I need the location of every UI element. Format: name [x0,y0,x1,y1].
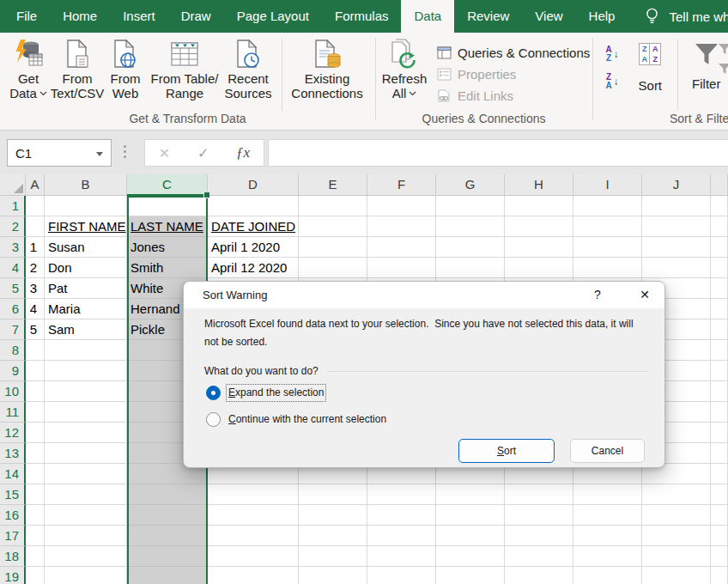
formula-input[interactable] [268,139,728,167]
cell-E4[interactable] [299,258,367,278]
row-header-5[interactable]: 5 [0,278,26,299]
cell-J15[interactable] [642,484,711,505]
existing-connections-button[interactable]: Existing Connections [289,37,365,100]
cell-K5[interactable] [711,278,728,299]
formula-bar-handle[interactable] [124,145,126,158]
cell-J17[interactable] [642,526,711,546]
cell-A10[interactable] [26,381,45,402]
cell-B9[interactable] [45,361,127,381]
row-header-7[interactable]: 7 [0,319,26,340]
row-header-15[interactable]: 15 [0,484,26,505]
fill-handle[interactable] [203,192,209,198]
cancel-entry-icon[interactable]: ✕ [159,145,170,161]
cell-F1[interactable] [367,196,436,216]
cell-G3[interactable] [436,237,505,258]
cell-A13[interactable] [26,443,45,464]
cell-B1[interactable] [45,196,127,216]
edit-links-button[interactable]: Edit Links [437,85,590,106]
row-header-17[interactable]: 17 [0,526,26,546]
cell-A6[interactable]: 4 [26,299,45,319]
row-header-1[interactable]: 1 [0,196,26,216]
cell-E16[interactable] [299,505,367,526]
cell-K10[interactable] [711,381,728,402]
queries-connections-button[interactable]: Queries & Connections [437,42,590,64]
row-header-19[interactable]: 19 [0,567,26,584]
recent-sources-button[interactable]: Recent Sources [221,37,275,100]
cell-G4[interactable] [436,258,505,278]
cell-I4[interactable] [573,258,642,278]
cell-K19[interactable] [711,567,728,584]
radio-button-icon[interactable] [206,412,221,427]
cell-G18[interactable] [436,546,505,567]
cell-B17[interactable] [45,526,127,546]
cell-H1[interactable] [505,196,573,216]
tab-file[interactable]: File [3,0,50,33]
cell-A7[interactable]: 5 [26,319,45,340]
cell-D15[interactable] [208,484,299,505]
row-header-8[interactable]: 8 [0,340,26,361]
cell-K9[interactable] [711,361,728,381]
radio-expand-selection[interactable]: Expand the selection [206,384,324,401]
dialog-help-button[interactable]: ? [591,282,604,308]
cell-G19[interactable] [436,567,505,584]
cell-D4[interactable]: April 12 2020 [208,258,299,278]
cell-B3[interactable]: Susan [45,237,127,258]
cell-K18[interactable] [711,546,728,567]
from-text-csv-button[interactable]: From Text/CSV [52,37,103,100]
cell-D1[interactable] [208,196,299,216]
cell-K14[interactable] [711,464,728,484]
cell-H15[interactable] [505,484,573,505]
tab-insert[interactable]: Insert [110,0,168,33]
cell-J1[interactable] [642,196,711,216]
cell-H17[interactable] [505,526,573,546]
row-header-13[interactable]: 13 [0,443,26,464]
cell-B4[interactable]: Don [45,258,127,278]
radio-continue-current-selection[interactable]: Continue with the current selection [206,411,386,428]
cell-H19[interactable] [505,567,573,584]
properties-button[interactable]: Properties [437,64,590,85]
cell-C15[interactable] [127,484,208,505]
column-header-E[interactable]: E [299,174,367,196]
cell-F4[interactable] [367,258,436,278]
name-box-dropdown-icon[interactable] [96,152,103,156]
cell-E1[interactable] [299,196,367,216]
cell-B16[interactable] [45,505,127,526]
cell-G15[interactable] [436,484,505,505]
tab-formulas[interactable]: Formulas [322,0,402,33]
cell-I3[interactable] [573,237,642,258]
cell-F15[interactable] [367,484,436,505]
cell-F17[interactable] [367,526,436,546]
cell-A9[interactable] [26,361,45,381]
cell-H16[interactable] [505,505,573,526]
cell-A17[interactable] [26,526,45,546]
dialog-close-button[interactable]: ✕ [636,282,653,308]
cell-F18[interactable] [367,546,436,567]
cell-A19[interactable] [26,567,45,584]
cell-G17[interactable] [436,526,505,546]
cell-J19[interactable] [642,567,711,584]
cell-B19[interactable] [45,567,127,584]
tab-help[interactable]: Help [576,0,628,33]
tab-data[interactable]: Data [401,0,454,33]
row-header-14[interactable]: 14 [0,464,26,484]
cell-F19[interactable] [367,567,436,584]
tab-page-layout[interactable]: Page Layout [224,0,322,33]
cell-I2[interactable] [573,216,642,237]
cell-E3[interactable] [299,237,367,258]
cell-K4[interactable] [711,258,728,278]
cell-A8[interactable] [26,340,45,361]
cell-K17[interactable] [711,526,728,546]
name-box[interactable]: C1 [7,139,112,167]
column-header-C[interactable]: C [127,174,208,196]
cell-I1[interactable] [573,196,642,216]
cell-K6[interactable] [711,299,728,319]
cell-A11[interactable] [26,402,45,423]
cell-B10[interactable] [45,381,127,402]
cell-E15[interactable] [299,484,367,505]
cell-B5[interactable]: Pat [45,278,127,299]
cell-G1[interactable] [436,196,505,216]
column-header-A[interactable]: A [26,174,45,196]
row-header-2[interactable]: 2 [0,216,26,237]
cell-C4[interactable]: Smith [127,258,208,278]
cell-D17[interactable] [208,526,299,546]
